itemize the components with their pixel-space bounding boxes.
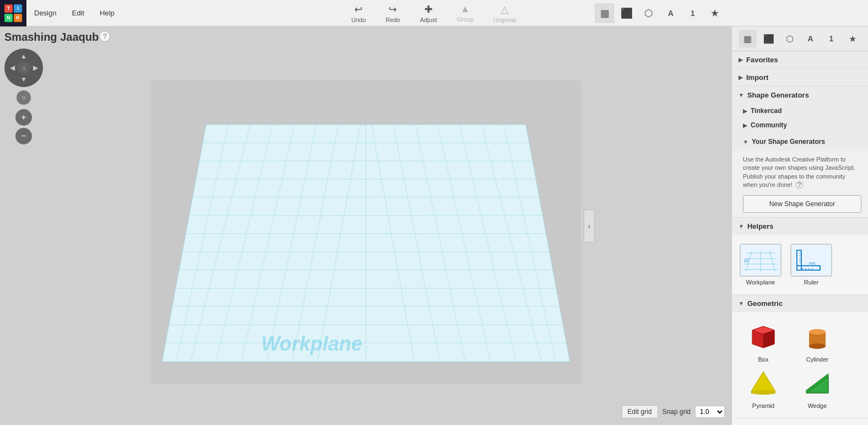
svg-point-64 bbox=[751, 390, 775, 395]
wedge-shape-item[interactable]: Wedge bbox=[792, 367, 842, 409]
menu-edit[interactable]: Edit bbox=[64, 0, 91, 26]
geometric-section: ▼ Geometric bbox=[732, 295, 868, 418]
cylinder-shape-item[interactable]: Cylinder bbox=[792, 321, 842, 363]
shape-generators-label: Shape Generators bbox=[747, 91, 809, 99]
nav-down-button[interactable]: ▼ bbox=[18, 74, 29, 85]
geometric-header[interactable]: ▼ Geometric bbox=[732, 295, 868, 312]
shape-view-button[interactable]: ⬡ bbox=[639, 3, 659, 23]
box-shape-item[interactable]: Box bbox=[738, 321, 788, 363]
wedge-shape-image bbox=[796, 367, 838, 400]
panel-hex-icon[interactable]: ⬡ bbox=[781, 30, 799, 47]
community-sub-header[interactable]: ▶ Community bbox=[732, 118, 868, 132]
zoom-out-button[interactable]: − bbox=[15, 128, 32, 144]
cube-view-button[interactable]: ⬛ bbox=[617, 3, 637, 23]
import-arrow: ▶ bbox=[738, 74, 743, 80]
adjust-button[interactable]: ✚ Adjust bbox=[414, 0, 443, 26]
workplane-helper-item[interactable]: W Workplane bbox=[738, 244, 783, 286]
ungroup-button[interactable]: △ Ungroup bbox=[488, 0, 522, 26]
nav-right-button[interactable]: ▶ bbox=[30, 62, 41, 73]
community-label: Community bbox=[751, 121, 787, 129]
tinkercad-logo[interactable]: T I N K bbox=[0, 0, 26, 26]
helpers-grid: W Workplane bbox=[738, 239, 861, 290]
box-shape-image bbox=[742, 321, 784, 354]
panel-cube-icon[interactable]: ⬛ bbox=[760, 30, 778, 47]
favorites-header[interactable]: ▶ Favorites bbox=[732, 51, 868, 68]
navigation-controls: ▲ ▼ ◀ ▶ ⌂ ○ + − bbox=[4, 49, 43, 144]
redo-button[interactable]: ↪ Redo bbox=[380, 0, 406, 26]
your-shape-generators-desc: Use the Autodesk Creative Platform to cr… bbox=[743, 155, 861, 190]
tinkercad-arrow: ▶ bbox=[743, 108, 747, 114]
ruler-helper-label: Ruler bbox=[804, 279, 818, 286]
nav-left-button[interactable]: ◀ bbox=[7, 62, 18, 73]
zoom-in-button[interactable]: + bbox=[15, 109, 32, 126]
import-header[interactable]: ▶ Import bbox=[732, 69, 868, 86]
pyramid-label: Pyramid bbox=[752, 402, 774, 409]
favorites-arrow: ▶ bbox=[738, 57, 743, 63]
panel-grid-icon[interactable]: ▦ bbox=[739, 30, 757, 47]
svg-marker-62 bbox=[751, 372, 775, 391]
undo-button[interactable]: ↩ Undo bbox=[346, 0, 371, 26]
topbar: T I N K Design Edit Help ↩ Undo ↪ Redo ✚… bbox=[0, 0, 868, 26]
tinkercad-sub-header[interactable]: ▶ Tinkercad bbox=[732, 104, 868, 118]
box-label: Box bbox=[758, 356, 769, 363]
nav-up-button[interactable]: ▲ bbox=[18, 51, 29, 62]
snap-grid-select[interactable]: 1.0 0.5 0.25 2.0 bbox=[695, 406, 725, 418]
logo-i: I bbox=[14, 4, 22, 13]
text-view-button[interactable]: A bbox=[661, 3, 681, 23]
toolbar-center: ↩ Undo ↪ Redo ✚ Adjust ▲ Group △ Ungroup bbox=[346, 0, 522, 26]
import-label: Import bbox=[746, 73, 768, 82]
helpers-content: W Workplane bbox=[732, 235, 868, 294]
help-button[interactable]: ? bbox=[99, 31, 110, 42]
panel-number-icon[interactable]: 1 bbox=[823, 30, 840, 47]
workplane-helper-image: W bbox=[740, 244, 781, 277]
helpers-header[interactable]: ▼ Helpers bbox=[732, 218, 868, 235]
geometric-content: Box bbox=[732, 312, 868, 418]
menu-help[interactable]: Help bbox=[92, 0, 122, 26]
geometric-label: Geometric bbox=[747, 299, 783, 308]
ungroup-icon: △ bbox=[501, 3, 509, 15]
main-area: Smashing Jaaqub ↻ ? ▲ ▼ ◀ ▶ ⌂ ○ + − bbox=[0, 26, 868, 425]
grid-view-button[interactable]: ▦ bbox=[595, 3, 614, 23]
adjust-icon: ✚ bbox=[424, 3, 433, 15]
your-shape-generators-arrow: ▼ bbox=[743, 139, 748, 145]
pyramid-shape-item[interactable]: Pyramid bbox=[738, 367, 788, 409]
your-shape-generators-header-wrap: ▼ Your Shape Generators bbox=[732, 132, 868, 151]
panel-icon-bar: ▦ ⬛ ⬡ A 1 ★ bbox=[732, 26, 868, 51]
number-view-button[interactable]: 1 bbox=[683, 3, 703, 23]
svg-point-61 bbox=[809, 329, 826, 335]
panel-star-icon[interactable]: ★ bbox=[844, 30, 861, 47]
favorites-section: ▶ Favorites bbox=[732, 51, 868, 69]
redo-label: Redo bbox=[386, 17, 400, 23]
svg-point-60 bbox=[809, 343, 826, 349]
your-shape-generators-label: Your Shape Generators bbox=[752, 138, 825, 146]
nav-home-button[interactable]: ⌂ bbox=[17, 61, 30, 74]
orbit-button[interactable]: ○ bbox=[17, 90, 31, 105]
group-button[interactable]: ▲ Group bbox=[451, 0, 479, 26]
ungroup-label: Ungroup bbox=[493, 17, 516, 23]
star-view-button[interactable]: ★ bbox=[705, 3, 725, 23]
edit-grid-button[interactable]: Edit grid bbox=[622, 405, 658, 418]
help-question-icon[interactable]: ? bbox=[796, 181, 804, 189]
pyramid-shape-image bbox=[742, 367, 784, 400]
ruler-helper-item[interactable]: mm Rule bbox=[789, 244, 833, 286]
group-icon: ▲ bbox=[460, 3, 470, 15]
tinkercad-label: Tinkercad bbox=[751, 107, 781, 115]
new-shape-generator-button[interactable]: New Shape Generator bbox=[743, 195, 861, 213]
home-icon: ⌂ bbox=[21, 64, 25, 72]
import-section: ▶ Import bbox=[732, 69, 868, 87]
undo-label: Undo bbox=[352, 17, 366, 23]
shape-generators-arrow: ▼ bbox=[738, 92, 744, 98]
sidebar-toggle-button[interactable]: › bbox=[584, 209, 595, 243]
shape-generators-section: ▼ Shape Generators ▶ Tinkercad ▶ Communi… bbox=[732, 87, 868, 218]
shape-generators-header[interactable]: ▼ Shape Generators bbox=[732, 87, 868, 104]
wedge-label: Wedge bbox=[808, 402, 827, 409]
helpers-section: ▼ Helpers bbox=[732, 218, 868, 295]
project-bar: Smashing Jaaqub ↻ bbox=[4, 31, 110, 44]
zoom-controls: + − bbox=[4, 109, 43, 144]
nav-compass: ▲ ▼ ◀ ▶ ⌂ bbox=[4, 49, 43, 87]
your-shape-generators-header[interactable]: ▼ Your Shape Generators bbox=[743, 135, 861, 149]
menu-design[interactable]: Design bbox=[26, 0, 64, 26]
bottom-controls: Edit grid Snap grid 1.0 0.5 0.25 2.0 bbox=[622, 405, 725, 418]
panel-text-icon[interactable]: A bbox=[802, 30, 820, 47]
favorites-label: Favorites bbox=[746, 56, 778, 64]
